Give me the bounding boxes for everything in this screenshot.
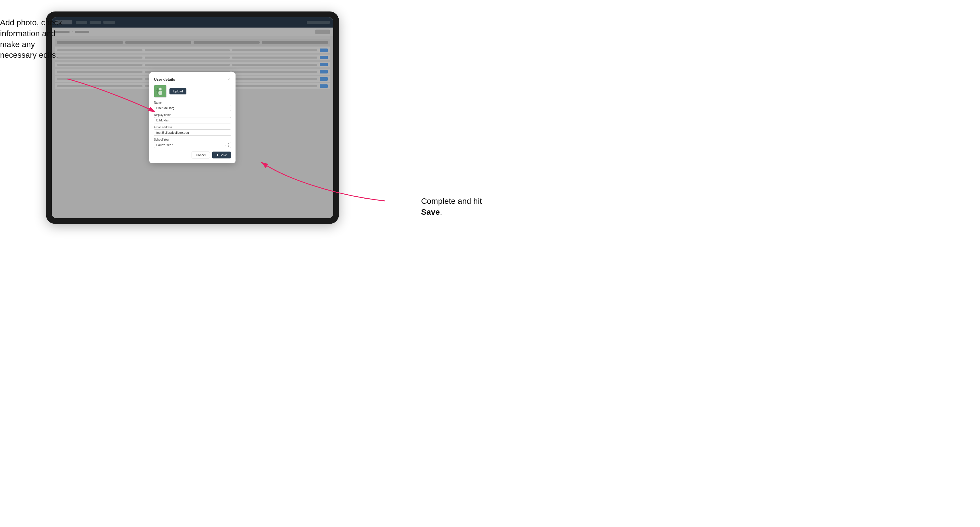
- save-icon: ⬆: [216, 154, 219, 157]
- cancel-button[interactable]: Cancel: [192, 152, 210, 159]
- select-arrows-icon: ▲▼: [227, 142, 230, 148]
- annotation-right: Complete and hit Save.: [421, 196, 484, 217]
- school-year-label: School Year: [154, 138, 231, 141]
- upload-photo-button[interactable]: Upload: [169, 88, 186, 94]
- select-clear-icon[interactable]: ×: [224, 143, 226, 147]
- name-input[interactable]: [154, 105, 231, 111]
- display-name-label: Display name: [154, 113, 231, 116]
- email-input[interactable]: [154, 129, 231, 136]
- save-label: Save: [220, 153, 227, 157]
- modal-header: User details ×: [154, 77, 231, 81]
- school-year-select-wrapper: Fourth Year First Year Second Year Third…: [154, 142, 231, 148]
- save-button[interactable]: ⬆ Save: [212, 152, 231, 159]
- svg-point-4: [158, 91, 162, 95]
- tablet-screen: ›: [52, 17, 333, 218]
- school-year-field-group: School Year Fourth Year First Year Secon…: [154, 138, 231, 148]
- select-controls: × ▲▼: [224, 142, 230, 148]
- email-label: Email address: [154, 126, 231, 129]
- email-field-group: Email address: [154, 126, 231, 136]
- user-photo-thumbnail: [154, 85, 167, 98]
- user-details-modal: User details ×: [150, 72, 235, 163]
- school-year-select[interactable]: Fourth Year First Year Second Year Third…: [154, 142, 231, 148]
- name-field-group: Name: [154, 101, 231, 111]
- display-name-field-group: Display name: [154, 113, 231, 124]
- name-label: Name: [154, 101, 231, 104]
- modal-close-button[interactable]: ×: [226, 77, 231, 81]
- modal-footer: Cancel ⬆ Save: [154, 152, 231, 159]
- display-name-input[interactable]: [154, 117, 231, 124]
- tablet-frame: ›: [46, 11, 339, 224]
- svg-point-3: [159, 88, 162, 91]
- photo-section: Upload: [154, 85, 231, 98]
- modal-title: User details: [154, 77, 175, 81]
- annotation-left: Add photo, check information and make an…: [0, 17, 66, 60]
- modal-overlay: User details ×: [52, 17, 333, 218]
